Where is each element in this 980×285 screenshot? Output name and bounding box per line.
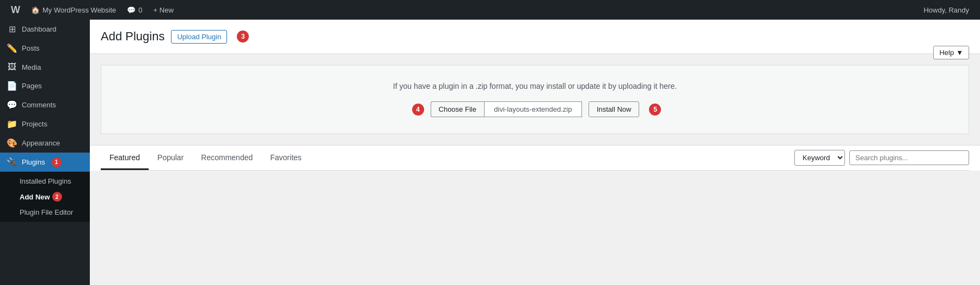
add-new-badge: 2 (52, 192, 62, 202)
keyword-select[interactable]: Keyword (794, 150, 845, 166)
sidebar-plugins-label: Plugins (22, 158, 45, 166)
comments-button[interactable]: 💬 0 (121, 0, 148, 20)
install-now-step-badge: 5 (649, 104, 661, 116)
sidebar-item-posts[interactable]: ✏️ Posts (0, 39, 90, 58)
plugins-icon: 🔌 (7, 157, 17, 167)
tab-recommended-label: Recommended (201, 153, 253, 162)
tab-recommended[interactable]: Recommended (192, 147, 261, 170)
sidebar-item-media[interactable]: 🖼 Media (0, 58, 90, 76)
page-title: Add Plugins (101, 29, 164, 44)
home-icon: 🏠 (31, 6, 40, 14)
plugin-file-editor-label: Plugin File Editor (20, 208, 73, 216)
sidebar-sub-installed-plugins[interactable]: Installed Plugins (0, 174, 90, 189)
new-label: + New (154, 6, 174, 14)
help-label: Help (939, 48, 954, 57)
sidebar-posts-label: Posts (22, 44, 40, 52)
sidebar-item-plugins[interactable]: 🔌 Plugins 1 (0, 153, 90, 172)
sidebar-item-projects[interactable]: 📁 Projects (0, 114, 90, 134)
plugins-submenu: Installed Plugins Add New 2 Plugin File … (0, 172, 90, 222)
install-now-button[interactable]: Install Now (589, 101, 640, 117)
upload-area: If you have a plugin in a .zip format, y… (101, 65, 969, 134)
upload-step-badge: 3 (237, 31, 249, 43)
choose-file-step-badge: 4 (412, 104, 424, 116)
site-name-label: My WordPress Website (42, 6, 116, 14)
page-header: Add Plugins Upload Plugin 3 (90, 20, 980, 54)
pages-icon: 📄 (7, 81, 17, 91)
help-button[interactable]: Help ▼ (933, 46, 969, 59)
add-new-label: Add New (20, 193, 50, 201)
wp-logo-button[interactable]: W (5, 0, 26, 20)
help-chevron-icon: ▼ (956, 48, 963, 57)
posts-icon: ✏️ (7, 43, 17, 53)
admin-bar: W 🏠 My WordPress Website 💬 0 + New Howdy… (0, 0, 980, 20)
sidebar-dashboard-label: Dashboard (22, 25, 57, 33)
howdy-button[interactable]: Howdy, Randy (918, 0, 975, 20)
sidebar: ⊞ Dashboard ✏️ Posts 🖼 Media 📄 Pages 💬 C… (0, 20, 90, 285)
installed-plugins-label: Installed Plugins (20, 177, 71, 185)
tabs-search-area: Keyword (794, 145, 969, 170)
tab-popular-label: Popular (157, 153, 183, 162)
sidebar-sub-add-new[interactable]: Add New 2 (0, 189, 90, 205)
site-name-button[interactable]: 🏠 My WordPress Website (26, 0, 121, 20)
upload-plugin-button[interactable]: Upload Plugin (171, 30, 227, 44)
tab-featured[interactable]: Featured (101, 147, 149, 170)
file-name-display: divi-layouts-extended.zip (484, 101, 582, 117)
sidebar-appearance-label: Appearance (22, 139, 60, 147)
sidebar-projects-label: Projects (22, 120, 47, 128)
sidebar-pages-label: Pages (22, 82, 42, 90)
appearance-icon: 🎨 (7, 138, 17, 148)
sidebar-item-comments[interactable]: 💬 Comments (0, 95, 90, 114)
wp-logo-icon: W (11, 4, 20, 16)
choose-file-button[interactable]: Choose File (431, 101, 484, 117)
upload-description: If you have a plugin in a .zip format, y… (112, 82, 958, 90)
sidebar-comments-label: Comments (22, 101, 56, 109)
projects-icon: 📁 (7, 119, 17, 129)
sidebar-sub-plugin-file-editor[interactable]: Plugin File Editor (0, 205, 90, 220)
comments-count: 0 (138, 6, 142, 14)
comments-nav-icon: 💬 (7, 100, 17, 110)
tabs-section: Featured Popular Recommended Favorites K… (90, 145, 980, 171)
plugins-badge: 1 (52, 157, 62, 167)
sidebar-item-appearance[interactable]: 🎨 Appearance (0, 134, 90, 153)
dashboard-icon: ⊞ (7, 24, 17, 34)
sidebar-item-pages[interactable]: 📄 Pages (0, 76, 90, 95)
file-form: 4 Choose File divi-layouts-extended.zip … (112, 101, 958, 117)
new-button[interactable]: + New (148, 0, 179, 20)
tab-favorites[interactable]: Favorites (261, 147, 310, 170)
comments-icon: 💬 (127, 6, 136, 14)
file-input-wrapper: Choose File divi-layouts-extended.zip (431, 101, 582, 117)
howdy-label: Howdy, Randy (923, 6, 969, 14)
content-area: If you have a plugin in a .zip format, y… (90, 54, 980, 285)
sidebar-media-label: Media (22, 63, 41, 71)
media-icon: 🖼 (7, 62, 17, 72)
sidebar-item-dashboard[interactable]: ⊞ Dashboard (0, 20, 90, 39)
tab-popular[interactable]: Popular (149, 147, 192, 170)
tab-favorites-label: Favorites (270, 153, 302, 162)
tab-featured-label: Featured (109, 153, 140, 162)
search-plugins-input[interactable] (849, 150, 969, 165)
tabs-row: Featured Popular Recommended Favorites K… (101, 145, 969, 171)
